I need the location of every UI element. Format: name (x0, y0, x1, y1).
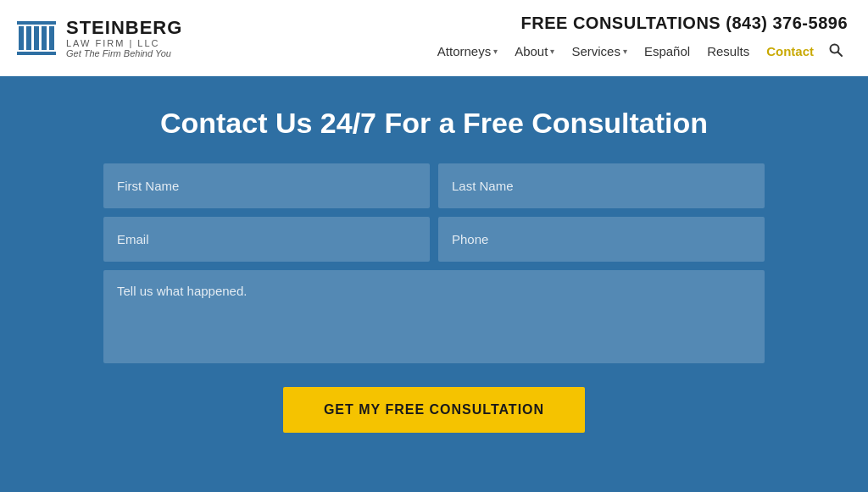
phone-number[interactable]: FREE CONSULTATIONS (843) 376-5896 (521, 14, 848, 33)
nav-results[interactable]: Results (700, 41, 756, 62)
email-input[interactable] (103, 217, 430, 262)
chevron-down-icon: ▾ (493, 47, 498, 56)
svg-line-1 (838, 52, 843, 56)
firm-sub: LAW FIRM | LLC (66, 38, 182, 48)
nav-contact[interactable]: Contact (760, 41, 821, 62)
header-right: FREE CONSULTATIONS (843) 376-5896 Attorn… (431, 14, 848, 64)
logo-text: STEINBERG LAW FIRM | LLC Get The Firm Be… (66, 18, 182, 58)
main-nav: Attorneys ▾ About ▾ Services ▾ Español R… (431, 40, 848, 64)
first-name-input[interactable] (103, 163, 430, 208)
message-row (103, 270, 765, 363)
chevron-down-icon: ▾ (550, 47, 554, 56)
firm-tagline: Get The Firm Behind You (66, 48, 182, 58)
logo: STEINBERG LAW FIRM | LLC Get The Firm Be… (17, 18, 182, 58)
contact-row (103, 217, 765, 262)
last-name-input[interactable] (438, 163, 765, 208)
message-textarea[interactable] (103, 270, 765, 363)
firm-name: STEINBERG (66, 18, 182, 38)
nav-about[interactable]: About ▾ (508, 41, 561, 62)
main-content: Contact Us 24/7 For a Free Consultation … (0, 76, 868, 458)
nav-espanol[interactable]: Español (637, 41, 697, 62)
chevron-down-icon: ▾ (623, 47, 627, 56)
phone-input[interactable] (438, 217, 765, 262)
page-title: Contact Us 24/7 For a Free Consultation (34, 107, 834, 140)
contact-form: GET MY FREE CONSULTATION (103, 163, 765, 433)
submit-row: GET MY FREE CONSULTATION (103, 387, 765, 433)
nav-attorneys[interactable]: Attorneys ▾ (431, 41, 504, 62)
nav-services[interactable]: Services ▾ (565, 41, 634, 62)
name-row (103, 163, 765, 208)
search-icon[interactable] (824, 40, 848, 64)
submit-button[interactable]: GET MY FREE CONSULTATION (283, 387, 585, 433)
site-header: STEINBERG LAW FIRM | LLC Get The Firm Be… (0, 0, 868, 76)
logo-icon (17, 21, 56, 55)
